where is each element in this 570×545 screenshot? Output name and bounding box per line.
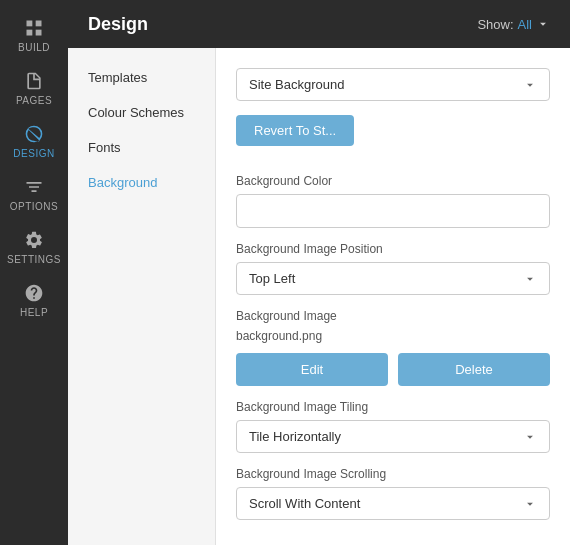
sidebar-item-options[interactable]: Options (0, 167, 68, 220)
background-color-input[interactable] (236, 194, 550, 228)
sidebar-item-build[interactable]: Build (0, 8, 68, 61)
background-scrolling-label: Background Image Scrolling (236, 467, 550, 481)
main-content: Design Show: All Templates Colour Scheme… (68, 0, 570, 545)
sidebar-item-help[interactable]: Help (0, 273, 68, 326)
sidebar-item-settings[interactable]: Settings (0, 220, 68, 273)
background-color-label: Background Color (236, 174, 550, 188)
nav-sidebar: Templates Colour Schemes Fonts Backgroun… (68, 48, 216, 545)
revert-button[interactable]: Revert To St... (236, 115, 354, 146)
page-title: Design (88, 14, 148, 35)
nav-item-fonts[interactable]: Fonts (68, 130, 215, 165)
top-header: Design Show: All (68, 0, 570, 48)
edit-delete-row: Edit Delete (236, 353, 550, 386)
delete-button[interactable]: Delete (398, 353, 550, 386)
svg-rect-1 (36, 21, 42, 27)
background-scrolling-dropdown[interactable]: Scroll With Content (236, 487, 550, 520)
site-background-dropdown[interactable]: Site Background (236, 68, 550, 101)
nav-item-background[interactable]: Background (68, 165, 215, 200)
show-value[interactable]: All (518, 17, 532, 32)
background-tiling-dropdown[interactable]: Tile Horizontally (236, 420, 550, 453)
edit-button[interactable]: Edit (236, 353, 388, 386)
show-label: Show: (477, 17, 513, 32)
nav-item-colour-schemes[interactable]: Colour Schemes (68, 95, 215, 130)
content-area: Site Background Revert To St... Backgrou… (216, 48, 570, 545)
svg-rect-3 (36, 30, 42, 36)
background-image-position-label: Background Image Position (236, 242, 550, 256)
background-image-filename: background.png (236, 329, 550, 343)
show-control: Show: All (477, 17, 550, 32)
background-tiling-label: Background Image Tiling (236, 400, 550, 414)
body-row: Templates Colour Schemes Fonts Backgroun… (68, 48, 570, 545)
sidebar-item-pages[interactable]: Pages (0, 61, 68, 114)
svg-rect-0 (27, 21, 33, 27)
background-image-label: Background Image (236, 309, 550, 323)
sidebar-item-design[interactable]: Design (0, 114, 68, 167)
background-image-position-dropdown[interactable]: Top Left (236, 262, 550, 295)
svg-rect-2 (27, 30, 33, 36)
nav-item-templates[interactable]: Templates (68, 60, 215, 95)
icon-sidebar: Build Pages Design Options Settings Help (0, 0, 68, 545)
